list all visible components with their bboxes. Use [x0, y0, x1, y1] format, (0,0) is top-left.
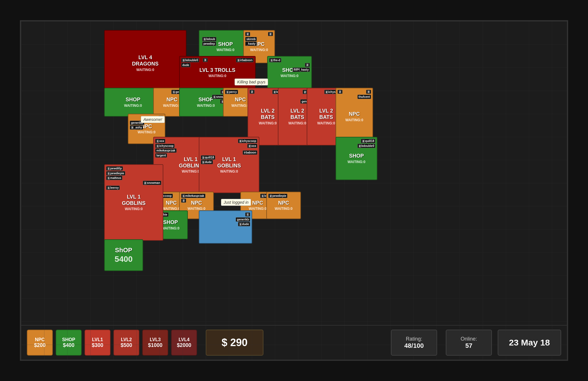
cell-label: SHOP: [126, 97, 140, 103]
tooltip-loggedin: Just logged in: [221, 199, 251, 206]
online-value: 57: [465, 342, 472, 350]
legend-shop-price: $400: [63, 342, 74, 348]
cell-waiting: WAITING:0: [138, 130, 156, 134]
cell-label: ShOP: [115, 246, 132, 254]
cell-waiting: WAITING:0: [345, 118, 363, 122]
cell-label: NPC: [278, 200, 289, 206]
cell-label: LVL 3 TROLLS: [199, 67, 235, 74]
cell-waiting: WAITING:0: [275, 207, 293, 211]
legend-lvl3-price: $1000: [148, 342, 162, 348]
cell-label: LVL 2BATS: [291, 108, 304, 120]
outer-container: LVL 4DRAGONS WAITING:0 SHOP WAITING:0 3 …: [0, 0, 588, 381]
date-value: 23 May 18: [509, 338, 550, 348]
cell-waiting: WAITING:0: [289, 121, 306, 125]
money-display: $ 290: [206, 330, 263, 356]
cell-waiting: WAITING:0: [209, 74, 226, 78]
cell-waiting: WAITING:0: [162, 226, 179, 230]
legend-shop-label: SHOP: [62, 337, 75, 342]
cell-label: LVL 2BATS: [261, 108, 275, 120]
legend-npc-label: NPC: [35, 337, 45, 342]
legend-lvl1-label: LVL1: [92, 337, 103, 342]
legend-lvl2-label: LVL2: [121, 337, 132, 342]
cell-waiting: WAITING:0: [217, 48, 235, 52]
cell-label: NPC: [166, 97, 177, 103]
cell-label: NPC: [166, 200, 177, 206]
online-label: Online:: [460, 336, 477, 342]
legend-lvl4-label: LVL4: [179, 337, 190, 342]
cell-waiting: WAITING:0: [231, 104, 249, 108]
cell-value: 5400: [115, 255, 132, 264]
legend-lvl3-label: LVL3: [150, 337, 161, 342]
cell-label: LVL 1GOBLINS: [217, 156, 241, 169]
legend-lvl2: LVL2 $500: [113, 330, 139, 356]
cell-shop-right[interactable]: SHOP WAITING:0 1the-d 2 RfPf_hasty: [267, 56, 312, 89]
bottom-bar: NPC $200 SHOP $400 LVL1 $300 LVL2 $500 L…: [21, 325, 567, 360]
cell-label: NPC: [349, 111, 360, 117]
cell-label: LVL 2BATS: [319, 108, 333, 120]
cell-shop-far-right[interactable]: SHOP WAITING:0 2quill18 2bdouble0: [336, 137, 377, 180]
rating-value: 48/100: [404, 342, 424, 350]
money-value: $ 290: [222, 337, 248, 349]
legend-lvl1: LVL1 $300: [85, 330, 111, 356]
cell-label: SHOP: [349, 153, 364, 159]
cell-waiting: WAITING:0: [317, 121, 335, 125]
cell-label: SHOP: [199, 97, 213, 103]
legend-lvl2-price: $500: [121, 342, 132, 348]
cell-waiting: WAITING:0: [220, 169, 238, 173]
rating-box: Rating: 48/100: [391, 330, 437, 356]
date-box: 23 May 18: [498, 330, 561, 356]
cell-label: LVL 4DRAGONS: [132, 55, 158, 67]
cell-lvl1-goblins-right[interactable]: LVL 1GOBLINS WAITING:0 3ichyscoop 2xox i…: [199, 137, 259, 193]
cell-label: LVL 1GOBLINS: [122, 194, 145, 206]
cell-waiting: WAITING:0: [163, 104, 181, 108]
tooltip-killing: Killing bad guys: [235, 79, 268, 85]
cell-waiting: WAITING:0: [249, 207, 267, 211]
tooltip-awesome: Awesome!: [141, 116, 165, 123]
cell-label: NPC: [252, 200, 263, 206]
game-container: LVL 4DRAGONS WAITING:0 SHOP WAITING:0 3 …: [20, 20, 568, 361]
legend-lvl1-price: $300: [92, 342, 103, 348]
legend-lvl4-price: $2000: [177, 342, 191, 348]
cell-shop-5400[interactable]: ShOP 5400: [104, 239, 143, 271]
online-box: Online: 57: [446, 330, 492, 356]
cell-waiting: WAITING:0: [348, 160, 366, 164]
legend-lvl4: LVL4 $2000: [171, 330, 197, 356]
cell-lvl1-goblins-left[interactable]: LVL 1GOBLINS WAITING:0 1pewdi0p 1pewdiep…: [104, 164, 163, 241]
cell-waiting: WAITING:0: [136, 68, 154, 72]
cell-waiting: WAITING:0: [182, 169, 200, 173]
legend-npc-price: $200: [34, 342, 46, 348]
cell-label: NPC: [235, 97, 246, 103]
cell-waiting: WAITING:0: [124, 104, 142, 108]
rating-label: Rating:: [406, 336, 422, 342]
cell-dragons[interactable]: LVL 4DRAGONS WAITING:0: [104, 30, 186, 96]
cell-waiting: WAITING:0: [281, 74, 299, 78]
cell-label: NPC: [191, 200, 202, 206]
legend-shop: SHOP $400: [56, 330, 82, 356]
cell-label: SHOP: [218, 41, 233, 48]
cell-npc-bottom2[interactable]: NPC WAITING:0 2pewdiepie: [266, 192, 301, 219]
legend-npc: NPC $200: [27, 330, 53, 356]
cell-spawn[interactable]: 1 generikb 1dude: [199, 210, 252, 244]
legend-lvl3: LVL3 $1000: [142, 330, 168, 356]
map-area[interactable]: LVL 4DRAGONS WAITING:0 SHOP WAITING:0 3 …: [21, 21, 567, 325]
cell-waiting: WAITING:0: [197, 104, 215, 108]
cell-label: SHOP: [163, 219, 178, 226]
cell-waiting: WAITING:0: [250, 48, 268, 52]
cell-waiting: WAITING:0: [259, 121, 277, 125]
cell-waiting: WAITING:0: [125, 207, 143, 211]
